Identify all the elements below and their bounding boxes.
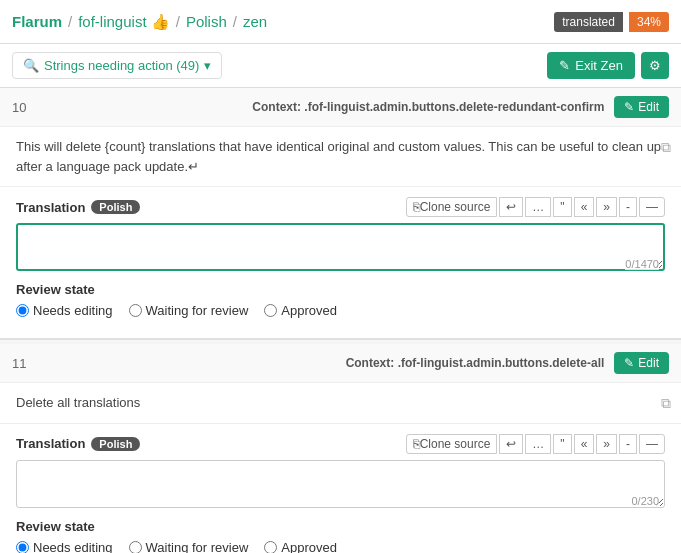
edit-icon: ✎ bbox=[559, 58, 570, 73]
needs-editing-label-10: Needs editing bbox=[33, 303, 113, 318]
context-label-10: Context: bbox=[252, 100, 301, 114]
needs-editing-radio-11[interactable] bbox=[16, 541, 29, 554]
string-header-10: 10 Context: .fof-linguist.admin.buttons.… bbox=[0, 88, 681, 127]
translation-label-row-10: Translation Polish ⎘ Clone source ↩ … " … bbox=[16, 197, 665, 217]
pencil-icon-10: ✎ bbox=[624, 100, 634, 114]
string-number-10: 10 bbox=[12, 100, 42, 115]
tool-enter-11[interactable]: ↩ bbox=[499, 434, 523, 454]
string-header-11: 11 Context: .fof-linguist.admin.buttons.… bbox=[0, 344, 681, 383]
waiting-review-radio-11[interactable] bbox=[129, 541, 142, 554]
clone-source-button-10[interactable]: ⎘ Clone source bbox=[406, 197, 498, 217]
source-text-10: This will delete {count} translations th… bbox=[0, 127, 681, 187]
clone-source-label-11: Clone source bbox=[420, 437, 491, 451]
string-context-10: Context: .fof-linguist.admin.buttons.del… bbox=[42, 100, 604, 114]
context-label-11: Context: bbox=[346, 356, 395, 370]
clone-source-label-10: Clone source bbox=[420, 200, 491, 214]
translation-text-11: Translation bbox=[16, 436, 85, 451]
tool-ellipsis-11[interactable]: … bbox=[525, 434, 551, 454]
approved-radio-10[interactable] bbox=[264, 304, 277, 317]
settings-button[interactable]: ⚙ bbox=[641, 52, 669, 79]
tool-laquo-10[interactable]: « bbox=[574, 197, 595, 217]
tool-hyphen-10[interactable]: - bbox=[619, 197, 637, 217]
approved-radio-11[interactable] bbox=[264, 541, 277, 554]
tool-laquo-11[interactable]: « bbox=[574, 434, 595, 454]
lang-badge-10: Polish bbox=[91, 200, 140, 214]
fof-linguist-link[interactable]: fof-linguist 👍 bbox=[78, 13, 170, 31]
translation-text-10: Translation bbox=[16, 200, 85, 215]
review-state-11: Review state Needs editing Waiting for r… bbox=[16, 519, 665, 554]
translation-section-11: Translation Polish ⎘ Clone source ↩ … " … bbox=[0, 424, 681, 554]
toolbar: 🔍 Strings needing action (49) ▾ ✎ Exit Z… bbox=[0, 44, 681, 88]
translation-tools-10: ⎘ Clone source ↩ … " « » - — bbox=[406, 197, 665, 217]
source-content-10: This will delete {count} translations th… bbox=[16, 139, 661, 174]
translation-label-row-11: Translation Polish ⎘ Clone source ↩ … " … bbox=[16, 434, 665, 454]
char-count-10: 0/1470 bbox=[625, 258, 659, 270]
translation-label-11: Translation Polish bbox=[16, 436, 140, 451]
translation-label-10: Translation Polish bbox=[16, 200, 140, 215]
string-card-11: 11 Context: .fof-linguist.admin.buttons.… bbox=[0, 344, 681, 553]
sep1: / bbox=[68, 13, 72, 30]
char-count-11: 0/230 bbox=[631, 495, 659, 507]
tool-quote-10[interactable]: " bbox=[553, 197, 571, 217]
translation-badge: translated34% bbox=[554, 12, 669, 32]
copy-icon-11[interactable]: ⧉ bbox=[661, 393, 671, 414]
waiting-review-option-10[interactable]: Waiting for review bbox=[129, 303, 249, 318]
string-number-11: 11 bbox=[12, 356, 42, 371]
tool-dash-10[interactable]: — bbox=[639, 197, 665, 217]
translation-input-10[interactable] bbox=[16, 223, 665, 271]
context-key-10: .fof-linguist.admin.buttons.delete-redun… bbox=[304, 100, 604, 114]
approved-option-10[interactable]: Approved bbox=[264, 303, 337, 318]
translation-section-10: Translation Polish ⎘ Clone source ↩ … " … bbox=[0, 187, 681, 338]
polish-link[interactable]: Polish bbox=[186, 13, 227, 30]
filter-button[interactable]: 🔍 Strings needing action (49) ▾ bbox=[12, 52, 222, 79]
exit-zen-label: Exit Zen bbox=[575, 58, 623, 73]
copy-icon-small-11: ⎘ bbox=[413, 437, 420, 451]
edit-button-10[interactable]: ✎ Edit bbox=[614, 96, 669, 118]
sep2: / bbox=[176, 13, 180, 30]
review-options-11: Needs editing Waiting for review Approve… bbox=[16, 540, 665, 554]
approved-label-10: Approved bbox=[281, 303, 337, 318]
needs-editing-radio-10[interactable] bbox=[16, 304, 29, 317]
exit-zen-button[interactable]: ✎ Exit Zen bbox=[547, 52, 635, 79]
waiting-review-label-10: Waiting for review bbox=[146, 303, 249, 318]
main-content: 10 Context: .fof-linguist.admin.buttons.… bbox=[0, 88, 681, 553]
toolbar-right: ✎ Exit Zen ⚙ bbox=[547, 52, 669, 79]
translation-input-11[interactable] bbox=[16, 460, 665, 508]
tool-ellipsis-10[interactable]: … bbox=[525, 197, 551, 217]
source-text-11: Delete all translations ⧉ bbox=[0, 383, 681, 424]
review-options-10: Needs editing Waiting for review Approve… bbox=[16, 303, 665, 318]
textarea-wrap-11: 0/230 bbox=[16, 460, 665, 511]
review-state-10: Review state Needs editing Waiting for r… bbox=[16, 282, 665, 328]
tool-enter-10[interactable]: ↩ bbox=[499, 197, 523, 217]
approved-option-11[interactable]: Approved bbox=[264, 540, 337, 554]
clone-source-button-11[interactable]: ⎘ Clone source bbox=[406, 434, 498, 454]
needs-editing-label-11: Needs editing bbox=[33, 540, 113, 554]
copy-icon-small-10: ⎘ bbox=[413, 200, 420, 214]
review-state-label-10: Review state bbox=[16, 282, 665, 297]
tool-quote-11[interactable]: " bbox=[553, 434, 571, 454]
pencil-icon-11: ✎ bbox=[624, 356, 634, 370]
waiting-review-label-11: Waiting for review bbox=[146, 540, 249, 554]
chevron-down-icon: ▾ bbox=[204, 58, 211, 73]
tool-raquo-11[interactable]: » bbox=[596, 434, 617, 454]
translated-label: translated bbox=[554, 12, 623, 32]
copy-icon-10[interactable]: ⧉ bbox=[661, 137, 671, 158]
zen-link[interactable]: zen bbox=[243, 13, 267, 30]
context-key-11: .fof-linguist.admin.buttons.delete-all bbox=[398, 356, 605, 370]
tool-raquo-10[interactable]: » bbox=[596, 197, 617, 217]
tool-hyphen-11[interactable]: - bbox=[619, 434, 637, 454]
needs-editing-option-11[interactable]: Needs editing bbox=[16, 540, 113, 554]
textarea-wrap-10: 0/1470 bbox=[16, 223, 665, 274]
edit-button-11[interactable]: ✎ Edit bbox=[614, 352, 669, 374]
source-content-11: Delete all translations bbox=[16, 395, 140, 410]
string-context-11: Context: .fof-linguist.admin.buttons.del… bbox=[42, 356, 604, 370]
waiting-review-option-11[interactable]: Waiting for review bbox=[129, 540, 249, 554]
brand-link[interactable]: Flarum bbox=[12, 13, 62, 30]
approved-label-11: Approved bbox=[281, 540, 337, 554]
tool-dash-11[interactable]: — bbox=[639, 434, 665, 454]
sep3: / bbox=[233, 13, 237, 30]
string-card-10: 10 Context: .fof-linguist.admin.buttons.… bbox=[0, 88, 681, 340]
waiting-review-radio-10[interactable] bbox=[129, 304, 142, 317]
search-icon: 🔍 bbox=[23, 58, 39, 73]
needs-editing-option-10[interactable]: Needs editing bbox=[16, 303, 113, 318]
